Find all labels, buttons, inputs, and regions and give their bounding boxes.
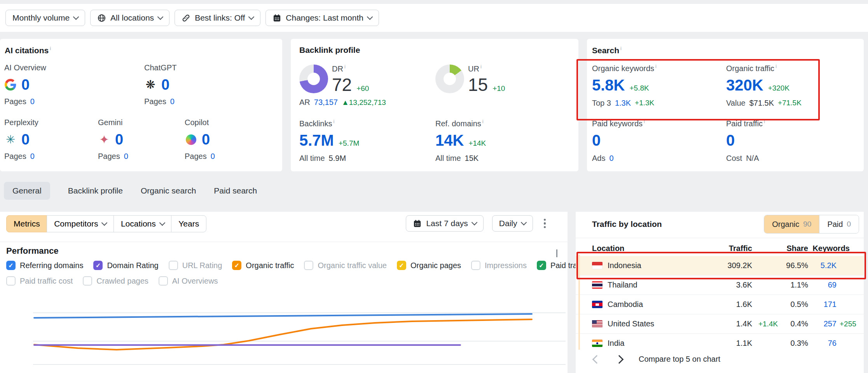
organic-traffic-metric: Organic traffici 320K+320K Value$71.5K+7… [726, 63, 802, 108]
checkbox-paid-traffic-cost[interactable]: ✓Paid traffic cost [6, 276, 73, 286]
tab-paid-search[interactable]: Paid search [214, 186, 257, 195]
pages-link[interactable]: 0 [170, 97, 175, 106]
granularity-dropdown[interactable]: Daily [492, 215, 533, 232]
chart-mode-segments: Metrics Competitors Locations Years [6, 215, 206, 232]
link-icon [182, 14, 190, 23]
info-icon[interactable]: i [775, 63, 777, 69]
info-icon[interactable]: i [620, 45, 622, 51]
checkbox-ai-overviews[interactable]: ✓AI Overviews [159, 276, 218, 286]
organic-keywords-value[interactable]: 5.8K [592, 77, 625, 94]
info-icon[interactable]: i [655, 63, 657, 69]
keywords-link[interactable]: 5.2K [821, 261, 837, 270]
provider-label: Copilot [185, 118, 215, 127]
table-row-cambodia[interactable]: Cambodia 1.6K 0.5% 171 [576, 295, 864, 314]
provider-label: ChatGPT [144, 63, 176, 72]
organic-traffic-value[interactable]: 320K [726, 77, 763, 94]
keywords-link[interactable]: 76 [828, 339, 837, 347]
paid-traffic-value: 0 [726, 132, 735, 149]
checkbox-referring-domains[interactable]: ✓Referring domains [6, 261, 83, 270]
changes-label: Changes: Last month [286, 13, 363, 23]
collapse-section-icon[interactable] [556, 251, 557, 258]
checkbox-box: ✓ [93, 261, 103, 270]
tab-organic-search[interactable]: Organic search [141, 186, 196, 195]
pages-label: Pages [4, 152, 26, 161]
column-traffic[interactable]: Traffic [677, 244, 752, 253]
checkbox-box: ✓ [6, 261, 16, 270]
locations-dropdown[interactable]: All locations [90, 10, 169, 26]
tab-general[interactable]: General [4, 182, 50, 200]
checkbox-crawled-pages[interactable]: ✓Crawled pages [83, 276, 148, 286]
keywords-link[interactable]: 69 [828, 281, 837, 289]
info-icon[interactable]: i [644, 119, 645, 124]
info-icon[interactable]: i [480, 64, 482, 70]
flag-united-states-icon [592, 320, 603, 328]
keywords-link[interactable]: 171 [824, 300, 837, 309]
chevron-down-icon [248, 14, 255, 20]
metric-checkboxes: ✓Referring domains ✓Domain Rating ✓URL R… [6, 261, 587, 286]
chevron-down-icon [159, 220, 166, 226]
table-row-indonesia[interactable]: Indonesia 309.2K 96.5% 5.2K [576, 256, 864, 275]
more-options-icon[interactable] [541, 216, 548, 231]
info-icon[interactable]: i [50, 45, 51, 51]
up-triangle-icon: ▲ [342, 98, 349, 106]
info-icon[interactable]: i [764, 119, 765, 124]
checkbox-domain-rating[interactable]: ✓Domain Rating [93, 261, 158, 270]
checkbox-organic-pages[interactable]: ✓Organic pages [397, 261, 461, 270]
backlinks-value[interactable]: 5.7M [299, 132, 334, 149]
toggle-paid[interactable]: Paid0 [819, 215, 859, 233]
tab-backlink-profile[interactable]: Backlink profile [68, 186, 123, 195]
best-links-dropdown[interactable]: Best links: Off [175, 10, 260, 26]
checkbox-impressions[interactable]: ✓Impressions [471, 261, 527, 270]
segment-locations[interactable]: Locations [114, 215, 172, 232]
checkbox-organic-traffic[interactable]: ✓Organic traffic [232, 261, 294, 270]
checkbox-url-rating[interactable]: ✓URL Rating [169, 261, 222, 270]
ref-domains-value[interactable]: 14K [435, 132, 464, 149]
flag-thailand-icon [592, 281, 603, 289]
column-share[interactable]: Share [752, 244, 808, 253]
locations-label: All locations [110, 13, 154, 23]
segment-competitors[interactable]: Competitors [47, 215, 114, 232]
info-icon[interactable]: i [482, 119, 484, 124]
table-row-united-states[interactable]: United States 1.4K+1.4K 0.4% 257+255 [576, 314, 864, 333]
search-title: Searchi [592, 45, 622, 55]
column-keywords[interactable]: Keywords [808, 244, 850, 253]
page-next-icon[interactable] [615, 355, 624, 364]
citations-count: 0 [115, 131, 123, 148]
table-row-india[interactable]: India 1.1K 0.3% 76 [576, 333, 864, 353]
pages-link[interactable]: 0 [30, 97, 35, 106]
search-card: Searchi Organic keywordsi 5.8K+5.8K Top … [587, 39, 864, 171]
pages-link[interactable]: 0 [124, 152, 128, 161]
ads-link[interactable]: 0 [609, 154, 613, 163]
date-range-dropdown[interactable]: Last 7 days [406, 215, 483, 232]
keywords-link[interactable]: 257 [824, 319, 837, 328]
checkbox-box: ✓ [159, 276, 168, 286]
calendar-icon [272, 14, 281, 23]
dr-delta: +60 [356, 84, 369, 93]
info-icon[interactable]: i [344, 64, 346, 70]
top3-link[interactable]: 1.3K [615, 99, 631, 108]
ref-domains-metric: Ref. domainsi 14K+14K All time15K [435, 119, 486, 163]
ahrefs-rank: AR 73,157 ▲13,252,713 [299, 98, 386, 107]
copilot-icon [185, 133, 197, 146]
pages-link[interactable]: 0 [30, 152, 35, 161]
pages-link[interactable]: 0 [211, 152, 215, 161]
backlinks-metric: Backlinksi 5.7M+5.7M All time5.9M [299, 119, 359, 163]
organic-keywords-metric: Organic keywordsi 5.8K+5.8K Top 31.3K+1.… [592, 63, 657, 108]
table-row-thailand[interactable]: Thailand 3.6K 1.1% 69 [576, 275, 864, 295]
segment-metrics[interactable]: Metrics [6, 215, 47, 232]
toggle-organic[interactable]: Organic90 [764, 215, 819, 233]
compare-top5-button[interactable]: Compare top 5 on chart [639, 355, 720, 364]
ar-link[interactable]: 73,157 [314, 98, 338, 107]
column-location[interactable]: Location [592, 244, 677, 253]
filters-toolbar: Monthly volume All locations Best links:… [0, 4, 868, 32]
info-icon[interactable]: i [333, 119, 334, 124]
checkbox-organic-traffic-value[interactable]: ✓Organic traffic value [304, 261, 387, 270]
calendar-icon [413, 219, 422, 228]
paid-traffic-metric: Paid traffici 0 CostN/A [726, 119, 765, 163]
segment-years[interactable]: Years [171, 215, 206, 232]
changes-dropdown[interactable]: Changes: Last month [265, 10, 379, 26]
ai-overview-stat: AI Overview 0 Pages0 [4, 63, 46, 106]
chevron-down-icon [367, 14, 373, 20]
page-prev-icon[interactable] [592, 355, 601, 364]
monthly-volume-dropdown[interactable]: Monthly volume [5, 10, 85, 26]
